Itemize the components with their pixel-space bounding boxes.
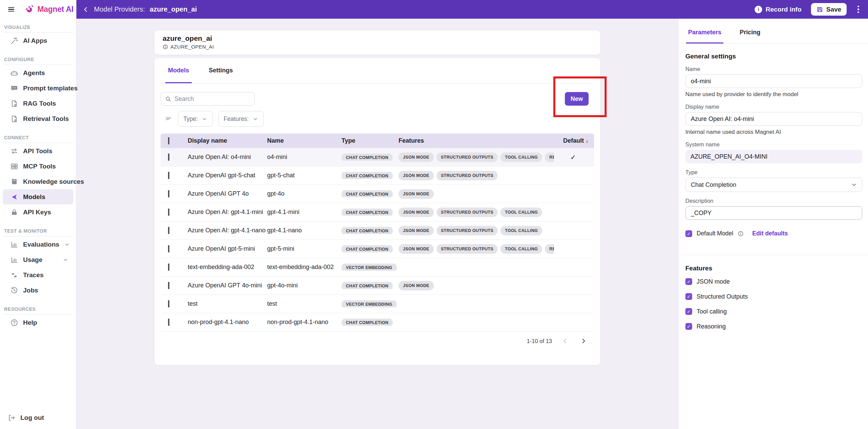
sidebar-item-help[interactable]: Help — [3, 315, 73, 330]
feature-badge: REASONING — [545, 244, 554, 254]
lock-icon — [10, 208, 18, 216]
sidebar-item-api-keys[interactable]: API Keys — [3, 204, 73, 220]
history-icon — [10, 286, 18, 294]
footprints-icon — [10, 271, 18, 279]
record-info-label: Record info — [765, 6, 801, 13]
type-select[interactable]: Chat Completion — [685, 178, 862, 192]
save-button[interactable]: Save — [811, 3, 847, 16]
feature-badge: JSON MODE — [399, 281, 434, 290]
feature-checkbox-structured-outputs[interactable]: ✓ — [685, 293, 692, 300]
row-checkbox[interactable] — [168, 227, 169, 234]
row-checkbox[interactable] — [168, 209, 169, 216]
sidebar-item-models[interactable]: Models — [3, 189, 73, 204]
row-checkbox[interactable] — [168, 264, 169, 271]
name-field[interactable] — [685, 74, 862, 88]
next-page-button[interactable] — [578, 336, 589, 346]
row-checkbox[interactable] — [168, 172, 169, 179]
feature-checkbox-json-mode[interactable]: ✓ — [685, 278, 692, 285]
table-row[interactable]: Azure Open AI: o4-minio4-miniCHAT COMPLE… — [161, 148, 594, 166]
row-checkbox[interactable] — [168, 245, 169, 252]
type-badge: CHAT COMPLETION — [341, 190, 393, 197]
table-row[interactable]: testtestVECTOR EMBEDDING — [161, 295, 594, 313]
feature-badge: STRUCTURED OUTPUTS — [437, 244, 498, 254]
features-cell: JSON MODE — [399, 189, 554, 199]
tab-parameters[interactable]: Parameters — [686, 29, 723, 43]
table-row[interactable]: Azure OpenAI gpt-5-minigpt-5-miniCHAT CO… — [161, 240, 594, 258]
feature-label: Tool calling — [697, 308, 727, 315]
sidebar-item-label: Usage — [23, 256, 42, 264]
tab-models[interactable]: Models — [165, 67, 192, 83]
row-checkbox[interactable] — [168, 154, 169, 161]
sidebar-item-evaluations[interactable]: Evaluations — [3, 237, 73, 252]
edit-defaults-link[interactable]: Edit defaults — [752, 230, 788, 237]
sidebar-item-traces[interactable]: Traces — [3, 267, 73, 283]
table-row[interactable]: Azure OpenAI gpt-5-chatgpt-5-chatCHAT CO… — [161, 166, 594, 185]
brand-area: Magnet AI — [0, 0, 76, 19]
type-cell: CHAT COMPLETION — [341, 172, 399, 179]
app-logo[interactable]: Magnet AI — [24, 4, 73, 15]
search-input[interactable] — [174, 95, 250, 103]
arrows-swap-icon — [10, 147, 18, 155]
table-toolbar: New — [161, 92, 594, 106]
robot-icon — [10, 69, 18, 77]
record-info-button[interactable]: i Record info — [755, 6, 801, 13]
sidebar-item-retrieval-tools[interactable]: Retrieval Tools — [3, 111, 73, 126]
features-filter-dropdown[interactable]: Features: — [218, 111, 264, 127]
type-filter-dropdown[interactable]: Type: — [178, 111, 213, 127]
table-row[interactable]: Azure OpenAI GPT 4ogpt-4oCHAT COMPLETION… — [161, 185, 594, 203]
table-row[interactable]: Azure Open AI: gpt-4.1-minigpt-4.1-miniC… — [161, 203, 594, 221]
table-row[interactable]: text-embedding-ada-002text-embedding-ada… — [161, 258, 594, 276]
col-features[interactable]: Features — [399, 137, 554, 144]
sidebar-item-usage[interactable]: Usage — [3, 252, 73, 267]
divider — [3, 236, 73, 236]
type-cell: CHAT COMPLETION — [341, 245, 399, 252]
sidebar-item-knowledge-sources[interactable]: Knowledge sources — [3, 174, 73, 189]
sidebar-item-label: MCP Tools — [23, 163, 56, 170]
sidebar-item-ai-apps[interactable]: AI Apps — [3, 33, 73, 48]
more-options-kebab-icon[interactable] — [856, 4, 861, 15]
row-checkbox[interactable] — [168, 319, 169, 326]
col-default[interactable]: Default ↓ — [554, 137, 592, 144]
col-display-name[interactable]: Display name — [188, 137, 267, 144]
chevron-down-icon — [253, 116, 258, 122]
back-chevron-icon[interactable] — [82, 6, 89, 13]
logout-button[interactable]: Log out — [0, 412, 76, 424]
row-checkbox[interactable] — [168, 300, 169, 307]
hamburger-menu-icon[interactable] — [8, 7, 14, 12]
name-cell: gpt-5-chat — [267, 172, 341, 179]
tab-pricing[interactable]: Pricing — [738, 29, 762, 43]
col-type[interactable]: Type — [341, 137, 399, 144]
name-cell: non-prod-gpt-4.1-nano — [267, 319, 341, 326]
select-all-checkbox[interactable] — [168, 137, 169, 144]
default-model-checkbox[interactable]: ✓ — [685, 230, 692, 237]
feature-badge: TOOL CALLING — [500, 244, 542, 254]
feature-checkbox-reasoning[interactable]: ✓ — [685, 323, 692, 330]
sidebar-item-api-tools[interactable]: API Tools — [3, 143, 73, 159]
chevron-down-icon — [851, 181, 857, 188]
sidebar-item-jobs[interactable]: Jobs — [3, 283, 73, 298]
previous-page-button[interactable] — [560, 336, 570, 346]
row-checkbox[interactable] — [168, 190, 169, 197]
sidebar-item-rag-tools[interactable]: RAG Tools — [3, 96, 73, 111]
table-row[interactable]: Azure OpenAI GPT 4o-minigpt-4o-miniCHAT … — [161, 276, 594, 295]
models-card: Models Settings New Type: Features: — [154, 58, 600, 365]
save-label: Save — [826, 6, 841, 13]
table-row[interactable]: non-prod-gpt-4.1-nanonon-prod-gpt-4.1-na… — [161, 313, 594, 332]
col-name[interactable]: Name — [267, 137, 341, 144]
sidebar-item-agents[interactable]: Agents — [3, 65, 73, 81]
sidebar-item-prompt-templates[interactable]: Prompt templates — [3, 81, 73, 96]
display-name-cell: Azure OpenAI GPT 4o-mini — [188, 282, 267, 289]
new-model-button[interactable]: New — [565, 92, 589, 106]
sidebar-section: TEST & MONITOREvaluationsUsageTracesJobs — [0, 228, 76, 298]
info-circle-icon[interactable] — [738, 231, 744, 237]
tab-settings[interactable]: Settings — [206, 67, 236, 83]
table-row[interactable]: Azure Open AI: gpt-4.1-nanogpt-4.1-nanoC… — [161, 221, 594, 240]
description-field[interactable] — [685, 206, 862, 220]
book-icon — [10, 178, 18, 186]
sidebar-item-mcp-tools[interactable]: MCP Tools — [3, 159, 73, 174]
table-header-row: Display name Name Type Features Default … — [161, 133, 594, 148]
filter-icon[interactable] — [165, 115, 172, 123]
feature-checkbox-tool-calling[interactable]: ✓ — [685, 308, 692, 315]
display-name-field[interactable] — [685, 112, 862, 126]
row-checkbox[interactable] — [168, 282, 169, 289]
